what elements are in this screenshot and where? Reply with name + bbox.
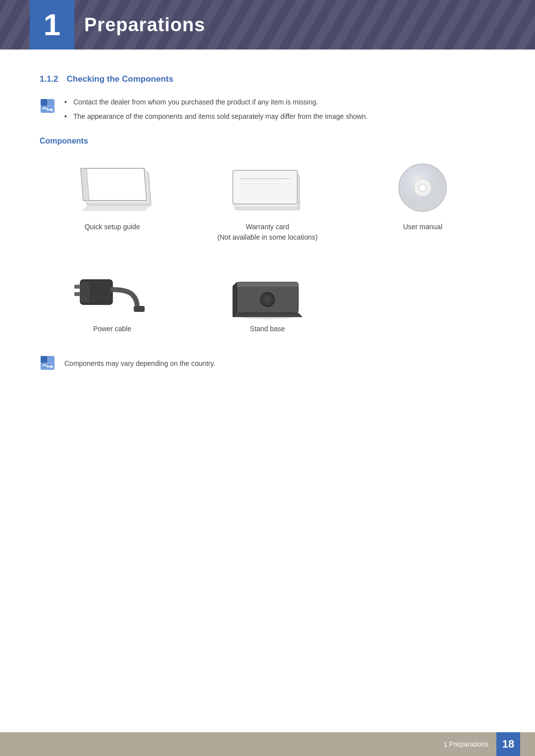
footer: 1 Preparations 18 xyxy=(0,732,535,756)
section-title: Checking the Components xyxy=(67,74,173,84)
note-icon xyxy=(40,98,57,116)
svg-rect-34 xyxy=(41,356,48,363)
quick-setup-label: Quick setup guide xyxy=(85,222,140,232)
component-quick-setup: Quick setup guide xyxy=(40,160,185,243)
svg-point-37 xyxy=(50,365,53,368)
svg-rect-24 xyxy=(74,292,80,296)
user-manual-image xyxy=(383,160,462,215)
notes-list: Contact the dealer from whom you purchas… xyxy=(64,97,368,126)
svg-marker-29 xyxy=(233,313,302,317)
svg-marker-9 xyxy=(81,168,147,201)
component-warranty: Warranty card(Not available in some loca… xyxy=(195,160,340,243)
svg-point-4 xyxy=(50,108,53,111)
svg-rect-22 xyxy=(80,281,90,303)
section-number: 1.1.2 xyxy=(40,74,58,84)
warranty-image xyxy=(228,160,307,215)
svg-rect-25 xyxy=(134,306,145,312)
quick-setup-image xyxy=(73,160,152,215)
header-title: Preparations xyxy=(84,14,205,36)
user-manual-label: User manual xyxy=(403,222,442,232)
svg-marker-5 xyxy=(82,205,151,211)
component-power-cable: Power cable xyxy=(40,262,185,334)
chapter-number-box: 1 xyxy=(30,0,74,50)
bottom-note-text: Components may vary depending on the cou… xyxy=(64,359,215,367)
section-heading: 1.1.2 Checking the Components xyxy=(40,74,495,87)
bottom-note-icon xyxy=(40,355,57,373)
stand-base-label: Stand base xyxy=(250,324,285,334)
power-cable-image xyxy=(73,262,152,317)
bottom-note: Components may vary depending on the cou… xyxy=(40,354,495,373)
svg-marker-28 xyxy=(233,282,237,317)
note-item-2: The appearance of the components and ite… xyxy=(64,111,368,122)
svg-rect-30 xyxy=(237,282,298,287)
svg-rect-1 xyxy=(41,99,48,106)
component-stand-base: Stand base xyxy=(195,262,340,334)
svg-point-19 xyxy=(419,184,426,191)
main-content: 1.1.2 Checking the Components Contact th… xyxy=(0,50,535,412)
svg-point-32 xyxy=(264,296,271,303)
stand-base-image xyxy=(228,262,307,317)
chapter-number: 1 xyxy=(44,9,60,40)
components-grid: Quick setup guide xyxy=(40,160,495,334)
notes-block: Contact the dealer from whom you purchas… xyxy=(40,97,495,126)
svg-rect-23 xyxy=(74,285,80,289)
header-bar: 1 Preparations xyxy=(0,0,535,50)
power-cable-label: Power cable xyxy=(93,324,131,334)
note-item-1: Contact the dealer from whom you purchas… xyxy=(64,97,368,107)
components-heading: Components xyxy=(40,137,495,146)
component-user-manual: User manual xyxy=(350,160,495,243)
footer-text: 1 Preparations xyxy=(443,740,488,748)
svg-rect-13 xyxy=(233,170,297,204)
footer-page-number: 18 xyxy=(496,732,520,756)
warranty-label: Warranty card(Not available in some loca… xyxy=(217,222,318,243)
